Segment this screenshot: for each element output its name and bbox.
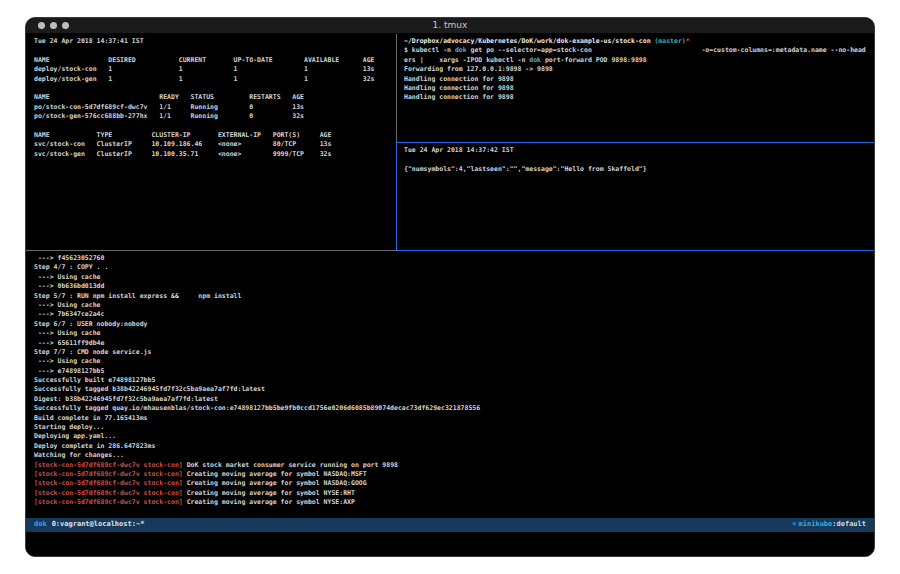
terminal-line: Handling connection for 9898	[404, 93, 874, 102]
terminal-line: ---> f45623052760	[34, 254, 870, 263]
terminal-line: deploy/stock-con 1 1 1 1 13s	[34, 65, 394, 74]
terminal-line	[34, 84, 394, 93]
pane-divider-horizontal-active-bottom[interactable]	[396, 250, 874, 251]
terminal-line: po/stock-gen-576cc688bb-277hx 1/1 Runnin…	[34, 112, 394, 121]
terminal-line: Starting deploy...	[34, 423, 870, 432]
terminal-line: NAME READY STATUS RESTARTS AGE	[34, 93, 394, 102]
terminal-line: ---> Using cache	[34, 357, 870, 366]
window-titlebar: 1. tmux	[26, 18, 874, 34]
terminal-line: ---> e74898127bb5	[34, 367, 870, 376]
terminal-line: ---> Using cache	[34, 273, 870, 282]
terminal-line: svc/stock-gen ClusterIP 10.100.35.71 <no…	[34, 150, 394, 159]
pane-skaffold-log[interactable]: ---> f45623052760Step 4/7 : COPY . . ---…	[34, 254, 870, 508]
minimize-button[interactable]	[50, 22, 57, 29]
tmux-terminal: Tue 24 Apr 2018 14:37:41 IST NAME DESIRE…	[26, 34, 874, 556]
terminal-line: ---> 65611ff9db4e	[34, 339, 870, 348]
terminal-line: Tue 24 Apr 2018 14:37:42 IST	[404, 146, 874, 155]
close-button[interactable]	[38, 22, 45, 29]
terminal-line: ers | xargs -IPOD kubectl -n dok port-fo…	[404, 56, 874, 65]
terminal-line: Tue 24 Apr 2018 14:37:41 IST	[34, 37, 394, 46]
terminal-line: NAME TYPE CLUSTER-IP EXTERNAL-IP PORT(S)…	[34, 131, 394, 140]
terminal-line: Deploy complete in 286.647823ms	[34, 442, 870, 451]
terminal-line: [stock-con-5d7df689cf-dwc7v stock-con] C…	[34, 470, 870, 479]
pane-divider-horizontal-inactive[interactable]	[26, 250, 397, 251]
terminal-line: [stock-con-5d7df689cf-dwc7v stock-con] C…	[34, 498, 870, 507]
terminal-line: Build complete in 77.165413ms	[34, 414, 870, 423]
terminal-line: $ kubectl -n dok get po --selector=app=s…	[404, 46, 874, 55]
status-left: dok0:vagrant@localhost:~*	[34, 520, 144, 529]
pane-kubectl-watch[interactable]: Tue 24 Apr 2018 14:37:41 IST NAME DESIRE…	[34, 37, 394, 159]
terminal-line: Watching for changes...	[34, 451, 870, 460]
pane-port-forward[interactable]: ~/Dropbox/advocacy/Kubernetes/DoK/work/d…	[404, 37, 874, 103]
pane-divider-horizontal-active-top[interactable]	[396, 142, 874, 143]
terminal-line: {"numsymbols":4,"lastseen":"","message":…	[404, 165, 874, 174]
terminal-line: NAME DESIRED CURRENT UP-TO-DATE AVAILABL…	[34, 56, 394, 65]
session-name: dok	[34, 520, 47, 528]
terminal-line: Successfully tagged b38b42246945fd7f32c5…	[34, 385, 870, 394]
terminal-line	[34, 46, 394, 55]
terminal-line: Successfully built e74898127bb5	[34, 376, 870, 385]
terminal-line	[404, 155, 874, 164]
terminal-line: Deploying app.yaml...	[34, 432, 870, 441]
terminal-line: Handling connection for 9898	[404, 84, 874, 93]
pane-curl-output[interactable]: Tue 24 Apr 2018 14:37:42 IST {"numsymbol…	[404, 146, 874, 174]
terminal-line: ---> 0b636bd013dd	[34, 282, 870, 291]
terminal-line: ---> Using cache	[34, 329, 870, 338]
terminal-line	[34, 122, 394, 131]
terminal-line: [stock-con-5d7df689cf-dwc7v stock-con] D…	[34, 461, 870, 470]
kube-namespace: :default	[832, 520, 866, 528]
terminal-line: Step 4/7 : COPY . .	[34, 263, 870, 272]
terminal-line: Successfully tagged quay.io/mhausenblas/…	[34, 404, 870, 413]
terminal-line: po/stock-con-5d7df689cf-dwc7v 1/1 Runnin…	[34, 103, 394, 112]
terminal-window: 1. tmux Tue 24 Apr 2018 14:37:41 IST NAM…	[25, 17, 875, 557]
terminal-line: ---> Using cache	[34, 301, 870, 310]
terminal-line: [stock-con-5d7df689cf-dwc7v stock-con] C…	[34, 479, 870, 488]
terminal-line: ---> 7b6347ce2a4c	[34, 310, 870, 319]
terminal-line: svc/stock-con ClusterIP 10.109.186.46 <n…	[34, 140, 394, 149]
terminal-line: deploy/stock-gen 1 1 1 1 32s	[34, 75, 394, 84]
terminal-line: [stock-con-5d7df689cf-dwc7v stock-con] C…	[34, 489, 870, 498]
kube-context: minikube	[799, 520, 833, 528]
tmux-status-bar: dok0:vagrant@localhost:~* ⎈minikube:defa…	[26, 518, 874, 532]
window-controls	[38, 22, 69, 29]
terminal-line: ~/Dropbox/advocacy/Kubernetes/DoK/work/d…	[404, 37, 874, 46]
pane-divider-vertical-inactive[interactable]	[396, 34, 397, 142]
zoom-button[interactable]	[62, 22, 69, 29]
terminal-line: Handling connection for 9898	[404, 75, 874, 84]
terminal-line: Forwarding from 127.0.0.1:9898 -> 9898	[404, 65, 874, 74]
terminal-line: Digest: b38b42246945fd7f32c5ba9aea7af7fd…	[34, 395, 870, 404]
status-right: ⎈minikube:default	[792, 520, 866, 529]
kubernetes-helm-icon: ⎈	[792, 520, 796, 528]
terminal-line: Step 6/7 : USER nobody:nobody	[34, 320, 870, 329]
terminal-line: Step 5/7 : RUN npm install express && np…	[34, 292, 870, 301]
window-label: 0:vagrant@localhost:~*	[52, 520, 145, 528]
pane-divider-vertical-active[interactable]	[396, 142, 397, 251]
window-title: 1. tmux	[26, 18, 874, 33]
terminal-line: Step 7/7 : CMD node service.js	[34, 348, 870, 357]
